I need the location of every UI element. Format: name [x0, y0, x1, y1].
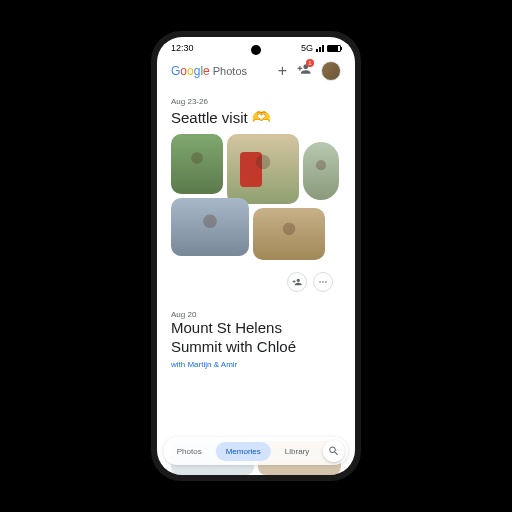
- memory-date: Aug 23-26: [171, 97, 341, 106]
- more-horizontal-icon: [318, 277, 328, 287]
- collage-photo[interactable]: [253, 208, 325, 260]
- app-name: Photos: [213, 65, 247, 77]
- memory-title-line: Mount St Helens: [171, 319, 341, 338]
- network-label: 5G: [301, 43, 313, 53]
- person-add-icon: [292, 277, 302, 287]
- svg-point-2: [325, 281, 327, 283]
- signal-icon: [316, 45, 324, 52]
- memory-item[interactable]: Aug 20 Mount St Helens Summit with Chloé…: [171, 310, 341, 369]
- nav-tab-memories[interactable]: Memories: [216, 442, 271, 461]
- battery-icon: [327, 45, 341, 52]
- nav-tab-photos[interactable]: Photos: [167, 442, 212, 461]
- search-icon: [328, 445, 340, 457]
- search-button[interactable]: [323, 440, 345, 462]
- svg-point-1: [322, 281, 324, 283]
- memory-subtitle: with Martijn & Amir: [171, 360, 341, 369]
- notification-badge: 1: [306, 59, 314, 67]
- app-header: Google Photos + 1: [157, 55, 355, 87]
- collage-photo[interactable]: [227, 134, 299, 204]
- header-actions: + 1: [278, 61, 341, 81]
- content-area: Aug 23-26 Seattle visit 🫶: [157, 87, 355, 373]
- memory-title-text: Seattle visit: [171, 109, 248, 126]
- collage-actions: [171, 272, 341, 292]
- nav-tab-library[interactable]: Library: [275, 442, 319, 461]
- memory-title-line: Summit with Chloé: [171, 338, 341, 357]
- front-camera: [251, 45, 261, 55]
- clock: 12:30: [171, 43, 194, 53]
- collage-photo[interactable]: [171, 198, 249, 256]
- account-avatar[interactable]: [321, 61, 341, 81]
- memory-date: Aug 20: [171, 310, 341, 319]
- google-photos-logo[interactable]: Google Photos: [171, 64, 247, 78]
- add-icon[interactable]: +: [278, 62, 287, 80]
- collage-photo[interactable]: [303, 142, 339, 200]
- memory-title: Mount St Helens Summit with Chloé: [171, 319, 341, 357]
- more-button[interactable]: [313, 272, 333, 292]
- memory-title[interactable]: Seattle visit 🫶: [171, 108, 341, 126]
- collage-photo[interactable]: [171, 134, 223, 194]
- status-right: 5G: [301, 43, 341, 53]
- screen: 12:30 5G Google Photos + 1: [157, 37, 355, 475]
- phone-frame: 12:30 5G Google Photos + 1: [151, 31, 361, 481]
- bottom-navigation: Photos Memories Library: [164, 437, 348, 465]
- svg-point-0: [319, 281, 321, 283]
- hands-heart-emoji: 🫶: [252, 108, 271, 126]
- photo-collage[interactable]: [171, 134, 341, 266]
- google-wordmark: Google: [171, 64, 210, 78]
- sharing-button[interactable]: 1: [297, 62, 311, 80]
- share-button[interactable]: [287, 272, 307, 292]
